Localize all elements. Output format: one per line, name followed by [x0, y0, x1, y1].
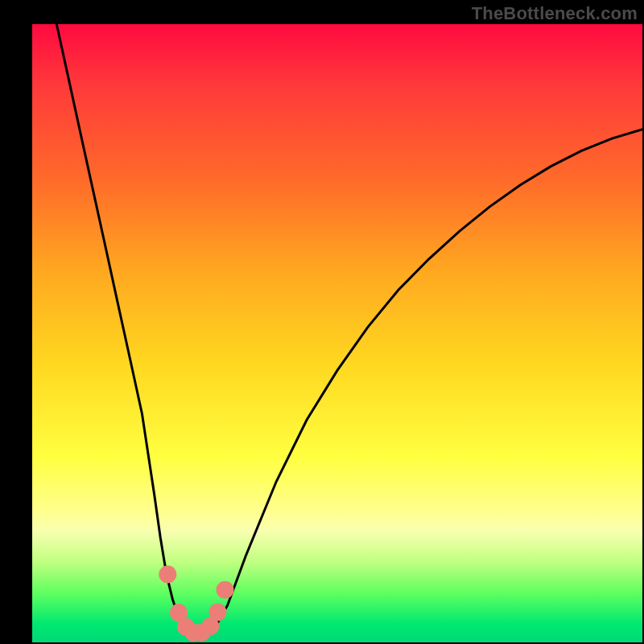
plot-area: [32, 24, 642, 642]
bottleneck-curve: [56, 24, 642, 634]
chart-frame: TheBottleneck.com: [0, 0, 644, 644]
bottleneck-curve-svg: [32, 24, 642, 642]
curve-markers: [159, 566, 233, 642]
curve-marker: [159, 566, 176, 584]
curve-marker: [208, 603, 226, 621]
watermark-text: TheBottleneck.com: [472, 3, 638, 24]
curve-marker: [217, 581, 234, 599]
